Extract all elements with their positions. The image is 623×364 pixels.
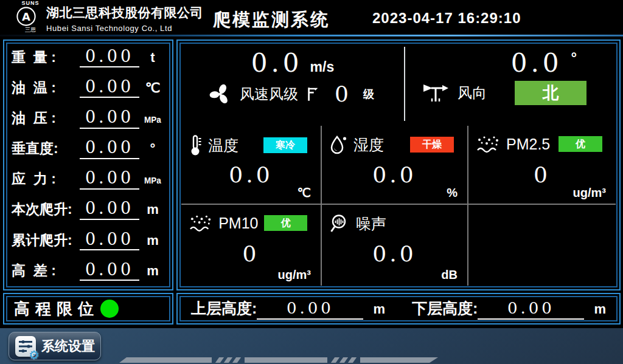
layer-heights-panel: 上层高度: 0.00 m 下层高度: 0.00 m — [176, 293, 621, 325]
sensor-grid: 温度 寒冷 0.0 ℃ 湿度 干燥 0.0 % — [181, 126, 616, 286]
upper-height-value: 0.00 — [257, 299, 363, 320]
company-logo: SUNS A 三思 — [16, 1, 45, 33]
status-badge: 干燥 — [410, 137, 454, 153]
lower-height-label: 下层高度: — [412, 298, 478, 318]
measure-value: 0.00 — [80, 200, 139, 219]
measure-label: 累计爬升: — [12, 231, 80, 250]
lower-height-group: 下层高度: 0.00 m — [412, 298, 606, 320]
upper-height-label: 上层高度: — [191, 298, 257, 318]
measure-value: 0.00 — [80, 109, 139, 128]
measure-label: 油 温 : — [12, 78, 80, 97]
measure-value: 0.00 — [80, 170, 139, 189]
measure-unit: MPa — [141, 175, 165, 185]
measure-label: 垂直度: — [12, 139, 80, 158]
elevation-limit-label: 高程限位 — [14, 298, 99, 320]
measure-unit: ° — [139, 141, 166, 157]
sensor-name: 湿度 — [353, 135, 384, 155]
page-title: 爬模监测系统 — [213, 8, 330, 32]
fan-icon — [209, 83, 231, 105]
company-name-en: Hubei Sansi Technology Co., Ltd — [46, 24, 203, 33]
measure-row-verticality: 垂直度: 0.00 ° — [12, 139, 166, 159]
datetime-display: 2023-04-17 16:29:10 — [372, 10, 521, 27]
wind-speed-block: 0.0 m/s 风速风级 — [181, 44, 404, 126]
header-divider — [0, 35, 623, 36]
status-badge: 优 — [264, 215, 307, 231]
settings-sliders-icon: ⚙ — [15, 336, 36, 357]
measure-value: 0.00 — [80, 78, 139, 98]
sensor-cell-pm10: PM10 优 0 ug/m³ — [181, 205, 322, 286]
measure-row-stress: 应 力 : 0.00 MPa — [12, 170, 166, 189]
taskbar: ⚙ 系统设置 — [0, 328, 623, 364]
measure-unit: m — [139, 233, 166, 249]
suns-logo-icon: A — [16, 6, 37, 27]
wind-speed-value: 0.0 — [251, 50, 303, 76]
measure-value: 0.00 — [80, 231, 139, 250]
measure-value: 0.00 — [80, 48, 139, 67]
measure-row-current-climb: 本次爬升: 0.00 m — [12, 200, 166, 219]
measure-label: 应 力 : — [12, 170, 80, 188]
wind-speed-unit: m/s — [310, 59, 335, 75]
measure-row-total-climb: 累计爬升: 0.00 m — [12, 231, 166, 250]
wind-section: 0.0 m/s 风速风级 — [181, 44, 616, 126]
wind-direction-label: 风向 — [458, 83, 487, 103]
company-name-cn: 湖北三思科技股份有限公司 — [46, 4, 203, 21]
header: SUNS A 三思 湖北三思科技股份有限公司 Hubei Sansi Techn… — [0, 0, 623, 36]
wind-vane-icon — [422, 83, 449, 103]
svg-text:A: A — [22, 10, 30, 23]
measure-label: 本次爬升: — [12, 200, 80, 219]
settings-button-label: 系统设置 — [41, 337, 95, 355]
sensor-name: PM2.5 — [506, 136, 550, 153]
sensor-name: 温度 — [208, 136, 238, 156]
measure-unit: m — [139, 263, 166, 279]
measure-row-height-diff: 高 差 : 0.00 m — [12, 261, 166, 281]
sensor-value: 0.0 — [322, 162, 467, 187]
sensor-unit: dB — [441, 268, 458, 282]
measure-row-weight: 重 量 : 0.00 t — [12, 48, 166, 67]
noise-icon — [329, 213, 350, 234]
wind-direction-value: 0.0 — [511, 50, 563, 76]
sensor-unit: ℃ — [298, 185, 311, 200]
wind-compass-badge: 北 — [515, 81, 586, 105]
measurements-panel: 重 量 : 0.00 t 油 温 : 0.00 ℃ 油 压 : 0.00 MPa… — [3, 39, 173, 290]
elevation-limit-indicator — [100, 300, 119, 318]
measure-label: 油 压 : — [12, 109, 80, 128]
measure-unit: m — [139, 202, 166, 218]
measure-unit: t — [139, 50, 166, 66]
measure-value: 0.00 — [80, 139, 139, 159]
wind-level-value: 0 — [335, 83, 349, 105]
sensor-unit: ug/m³ — [278, 268, 311, 282]
measure-value: 0.00 — [80, 261, 139, 281]
upper-height-unit: m — [373, 301, 385, 317]
elevation-limit-panel: 高程限位 — [3, 293, 173, 325]
gear-icon: ⚙ — [29, 349, 40, 361]
measure-label: 高 差 : — [12, 261, 80, 280]
environment-panel: 0.0 m/s 风速风级 — [176, 39, 621, 290]
sensor-cell-pm25: PM2.5 优 0 ug/m³ — [468, 126, 616, 205]
measure-row-oil-temp: 油 温 : 0.00 ℃ — [12, 78, 166, 98]
sensor-value: 0.0 — [322, 241, 467, 266]
droplet-icon — [329, 134, 347, 155]
company-name-block: 湖北三思科技股份有限公司 Hubei Sansi Technology Co.,… — [46, 4, 203, 33]
sensor-value: 0 — [181, 241, 321, 266]
taskbar-decoration — [119, 357, 438, 363]
sensor-cell-humidity: 湿度 干燥 0.0 % — [322, 126, 468, 205]
sensor-name: 噪声 — [356, 214, 386, 234]
logo-text-top: SUNS — [16, 1, 45, 6]
wind-speed-label: 风速风级 — [240, 84, 298, 104]
particles-icon — [476, 134, 500, 154]
sensor-cell-empty — [468, 205, 616, 286]
lower-height-unit: m — [594, 301, 606, 317]
lower-height-value: 0.00 — [478, 299, 584, 320]
particles-icon — [189, 213, 212, 233]
measure-row-oil-pressure: 油 压 : 0.00 MPa — [12, 109, 166, 128]
wind-direction-block: 0.0 ° 风向 北 — [405, 44, 616, 126]
wind-level-unit: 级 — [363, 87, 374, 101]
sensor-value: 0 — [468, 162, 616, 187]
measure-unit: MPa — [141, 114, 165, 125]
measure-label: 重 量 : — [12, 48, 80, 67]
wind-level-flag-icon — [307, 86, 318, 103]
climbing-formwork-monitor-screen: SUNS A 三思 湖北三思科技股份有限公司 Hubei Sansi Techn… — [0, 0, 623, 364]
measure-unit: ℃ — [139, 80, 166, 96]
system-settings-button[interactable]: ⚙ 系统设置 — [9, 332, 101, 360]
wind-direction-unit: ° — [571, 49, 577, 66]
